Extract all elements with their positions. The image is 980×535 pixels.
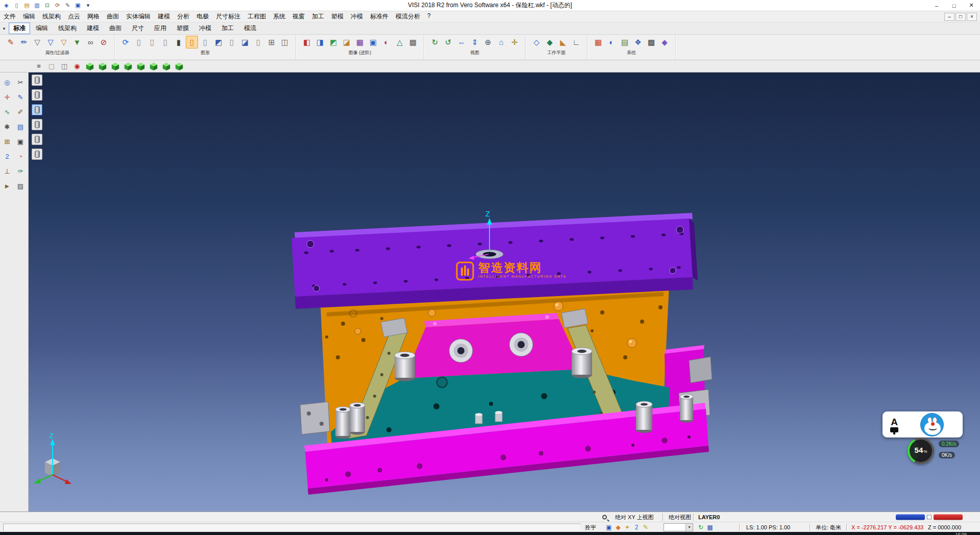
filter-toggle-button[interactable] [32, 119, 42, 130]
filter-toggle-button[interactable] [32, 104, 42, 115]
toolbar-icon[interactable]: ◫ [279, 36, 291, 48]
toolbar-icon[interactable]: ◪ [340, 36, 353, 48]
menu-item[interactable]: 线架构 [39, 11, 64, 22]
status-tool-icon[interactable]: ▦ [705, 524, 715, 531]
menu-item[interactable]: ? [424, 11, 434, 22]
status-tool-icon[interactable]: ↻ [696, 524, 705, 531]
toolbar-icon[interactable]: ⊕ [482, 36, 494, 48]
menu-item[interactable]: 曲面 [103, 11, 122, 22]
toolbar-icon[interactable]: ◨ [314, 36, 326, 48]
toolbar-icon[interactable]: ▼ [71, 36, 83, 48]
toolbar-icon[interactable]: ▩ [407, 36, 419, 48]
toolbar-tab[interactable]: 线架构 [54, 22, 81, 34]
sidebar-tool-icon[interactable]: ⊞ [2, 136, 13, 147]
menu-item[interactable]: 点云 [64, 11, 84, 22]
status-tool-icon[interactable]: ✦ [623, 524, 632, 531]
sidebar-tool-icon[interactable]: ▨ [15, 180, 26, 191]
sidebar-tool-icon[interactable]: ⊥ [2, 165, 13, 177]
mdi-minimize-button[interactable]: – [944, 13, 954, 21]
toolbar-tab[interactable]: 尺寸 [127, 22, 149, 34]
toolbar-icon[interactable]: ▣ [367, 36, 379, 48]
status-tool-icon[interactable]: 2 [632, 524, 641, 531]
toolbar-icon[interactable]: ⇕ [469, 36, 481, 48]
toolbar-tab[interactable]: 建模 [82, 22, 104, 34]
toolbar-icon[interactable]: ⌂ [495, 36, 507, 48]
viewcube-icon[interactable] [136, 61, 146, 71]
menu-item[interactable]: 标准件 [366, 11, 392, 22]
status-tool-icon[interactable]: ✎ [641, 524, 650, 531]
toolbar-icon[interactable]: ↺ [442, 36, 454, 48]
menu-item[interactable]: 工程图 [244, 11, 270, 22]
menu-item[interactable]: 建模 [154, 11, 174, 22]
percent-gauge[interactable]: 54 % [908, 437, 934, 464]
toolbar-tab[interactable]: 模流 [239, 22, 261, 34]
toolbar-icon[interactable]: ◩ [212, 36, 225, 48]
sidebar-tool-icon[interactable]: ✂ [15, 77, 26, 88]
toolbar-icon[interactable]: ❖ [632, 36, 644, 48]
menu-item[interactable]: 电极 [193, 11, 212, 22]
toolbar-tab[interactable]: 标准 [9, 22, 30, 34]
toolbar-icon[interactable]: ⊞ [265, 36, 278, 48]
toolbar-icon[interactable]: ◩ [327, 36, 339, 48]
filter-toggle-button[interactable] [32, 149, 42, 160]
toolbar-icon[interactable]: ⟳ [119, 36, 132, 48]
active-layer-status[interactable]: LAYER0 [698, 514, 720, 520]
snap-status[interactable]: 拴宇 [585, 523, 596, 531]
toolbar-tab[interactable]: 冲模 [194, 22, 216, 34]
toolbar-icon[interactable]: ▽ [44, 36, 57, 48]
toolbar-icon[interactable]: ◐ [380, 36, 393, 48]
menu-item[interactable]: 塑模 [328, 11, 347, 22]
status-tool-icon[interactable]: ▣ [604, 524, 614, 531]
menu-item[interactable]: 系统 [270, 11, 289, 22]
maximize-button[interactable]: □ [945, 0, 963, 11]
toolbar-icon[interactable]: ▦ [592, 36, 604, 48]
menu-item[interactable]: 文件 [0, 11, 19, 22]
menu-item[interactable]: 加工 [308, 11, 328, 22]
toolbar-icon[interactable]: ↻ [429, 36, 441, 48]
minimize-button[interactable]: – [928, 0, 945, 11]
toolbar-icon[interactable]: ▯ [159, 36, 172, 48]
menu-item[interactable]: 实体编辑 [122, 11, 154, 22]
viewcube-icon[interactable] [97, 61, 108, 71]
toolbar-icon[interactable]: ▽ [31, 36, 43, 48]
3d-viewport[interactable] [29, 72, 980, 512]
toolbar-icon[interactable]: ⊘ [97, 36, 110, 48]
toolbar-icon[interactable]: ▯ [186, 36, 198, 48]
filter-toggle-button[interactable] [32, 75, 42, 86]
sidebar-tool-icon[interactable]: ▤ [15, 121, 26, 132]
toolbar-icon[interactable]: ▮ [173, 36, 185, 48]
toolbar-icon[interactable]: ◐ [605, 36, 618, 48]
toolbar-tab[interactable]: 应用 [150, 22, 171, 34]
display-mode-icon[interactable]: ≡ [34, 61, 44, 71]
sidebar-tool-icon[interactable]: 2 [2, 151, 13, 162]
menu-item[interactable]: 视窗 [289, 11, 308, 22]
sidebar-tool-icon[interactable]: ▣ [15, 136, 26, 147]
toolbar-icon[interactable]: ⇔ [455, 36, 468, 48]
sidebar-tool-icon[interactable]: ✎ [15, 91, 26, 103]
filter-toggle-button[interactable] [32, 134, 42, 145]
toolbar-icon[interactable]: ◣ [557, 36, 569, 48]
display-mode-icon[interactable]: ◉ [72, 61, 82, 71]
viewcube-icon[interactable] [149, 61, 159, 71]
sidebar-tool-icon[interactable]: ∿ [2, 106, 13, 117]
viewcube-icon[interactable] [110, 61, 120, 71]
viewcube-icon[interactable] [123, 61, 133, 71]
toolbar-icon[interactable]: ✎ [5, 36, 17, 48]
abs-view-status[interactable]: 绝对视图 [669, 513, 691, 521]
close-button[interactable]: ✕ [963, 0, 980, 11]
toolbar-icon[interactable]: △ [394, 36, 406, 48]
status-tool-icon[interactable]: ◆ [614, 524, 623, 531]
toolbar-icon[interactable]: ∞ [84, 36, 96, 48]
abs-view-xy-status[interactable]: 绝对 XY 上视图 [615, 513, 654, 521]
status-combo[interactable]: ▾ [664, 523, 693, 531]
toolbar-icon[interactable]: ▯ [133, 36, 145, 48]
mdi-restore-button[interactable]: □ [955, 13, 966, 21]
toolbar-options-arrow[interactable]: ▾ [0, 26, 8, 31]
toolbar-icon[interactable]: ✏ [18, 36, 30, 48]
command-input[interactable] [3, 523, 581, 531]
toolbar-icon[interactable]: ▯ [226, 36, 238, 48]
toolbar-icon[interactable]: ▯ [199, 36, 211, 48]
widget-card[interactable]: A [883, 411, 963, 437]
mdi-close-button[interactable]: × [967, 13, 977, 21]
display-mode-icon[interactable]: ◫ [59, 61, 69, 71]
